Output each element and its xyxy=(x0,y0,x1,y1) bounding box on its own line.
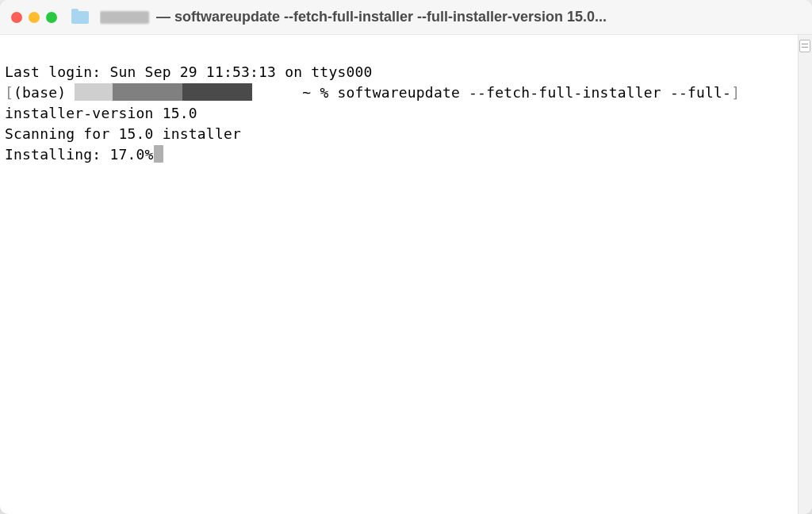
close-button[interactable] xyxy=(11,12,22,23)
scanning-text: Scanning for 15.0 installer xyxy=(5,125,241,142)
traffic-lights xyxy=(11,12,57,23)
window-title-command: — softwareupdate --fetch-full-installer … xyxy=(152,9,607,25)
titlebar[interactable]: — softwareupdate --fetch-full-installer … xyxy=(0,0,812,35)
bracket-close: ] xyxy=(731,84,740,101)
last-login-label: Last login: xyxy=(5,63,109,80)
window-title: — softwareupdate --fetch-full-installer … xyxy=(100,9,801,25)
command-wrap-line: installer-version 15.0 xyxy=(5,103,793,124)
installing-percent: 17.0% xyxy=(109,146,153,163)
terminal-area: Last login: Sun Sep 29 11:53:13 on ttys0… xyxy=(0,35,812,514)
scrollbar-thumb[interactable] xyxy=(799,40,810,52)
redacted-host xyxy=(113,83,182,101)
installing-label: Installing: xyxy=(5,146,109,163)
command-text-1: softwareupdate --fetch-full-installer --… xyxy=(338,84,732,101)
redacted-username xyxy=(100,11,149,24)
folder-icon xyxy=(71,11,89,24)
prompt-line: [(base) ~ % softwareupdate --fetch-full-… xyxy=(5,82,793,103)
redacted-user xyxy=(75,83,113,101)
minimize-button[interactable] xyxy=(29,12,40,23)
scanning-line: Scanning for 15.0 installer xyxy=(5,124,793,144)
cursor-block xyxy=(154,145,163,163)
last-login-value: Sun Sep 29 11:53:13 on ttys000 xyxy=(109,63,372,80)
installing-line: Installing: 17.0% xyxy=(5,144,793,165)
scrollbar[interactable] xyxy=(798,35,812,514)
command-text-2: installer-version 15.0 xyxy=(5,105,197,121)
conda-env: (base) xyxy=(13,84,75,101)
terminal-content[interactable]: Last login: Sun Sep 29 11:53:13 on ttys0… xyxy=(0,35,798,514)
bracket-open: [ xyxy=(5,84,13,101)
prompt-suffix: ~ % xyxy=(293,84,337,101)
maximize-button[interactable] xyxy=(46,12,57,23)
redacted-path xyxy=(182,83,252,101)
last-login-line: Last login: Sun Sep 29 11:53:13 on ttys0… xyxy=(5,62,793,82)
terminal-window: — softwareupdate --fetch-full-installer … xyxy=(0,0,812,514)
